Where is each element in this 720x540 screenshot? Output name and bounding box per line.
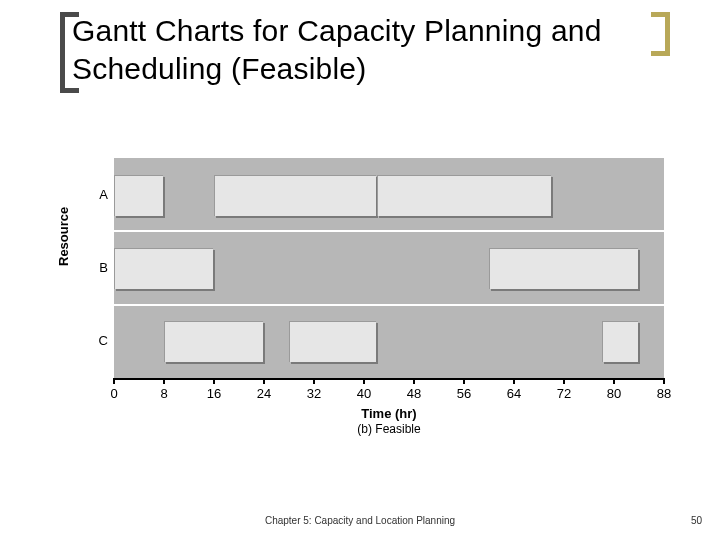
x-tick xyxy=(363,378,365,384)
x-tick xyxy=(113,378,115,384)
x-tick xyxy=(463,378,465,384)
x-tick-label: 32 xyxy=(307,386,321,401)
category-label: A xyxy=(90,187,108,202)
x-tick xyxy=(313,378,315,384)
x-tick xyxy=(513,378,515,384)
gantt-bar xyxy=(164,321,263,362)
x-tick xyxy=(213,378,215,384)
chart-subtitle: (b) Feasible xyxy=(114,422,664,436)
x-axis-line xyxy=(114,378,664,380)
gantt-bar xyxy=(377,175,551,216)
gantt-bar xyxy=(489,248,638,289)
x-tick-label: 80 xyxy=(607,386,621,401)
x-tick-label: 56 xyxy=(457,386,471,401)
row-divider xyxy=(114,230,664,232)
gantt-bar xyxy=(602,321,639,362)
x-tick-label: 8 xyxy=(160,386,167,401)
gantt-bar xyxy=(114,175,163,216)
title-bracket-left-icon xyxy=(60,12,79,93)
x-tick-label: 16 xyxy=(207,386,221,401)
x-tick xyxy=(263,378,265,384)
gantt-chart: Resource Time (hr) (b) Feasible ABC08162… xyxy=(58,158,664,438)
slide-title-block: Gantt Charts for Capacity Planning and S… xyxy=(72,12,660,87)
footer-page-number: 50 xyxy=(691,515,702,526)
x-tick-label: 40 xyxy=(357,386,371,401)
x-tick xyxy=(663,378,665,384)
category-label: B xyxy=(90,260,108,275)
gantt-bar xyxy=(114,248,213,289)
x-tick-label: 24 xyxy=(257,386,271,401)
x-tick xyxy=(163,378,165,384)
x-tick-label: 48 xyxy=(407,386,421,401)
x-tick-label: 64 xyxy=(507,386,521,401)
title-bracket-right-icon xyxy=(651,12,670,56)
footer-chapter: Chapter 5: Capacity and Location Plannin… xyxy=(0,515,720,526)
x-axis-label: Time (hr) xyxy=(114,406,664,421)
x-tick xyxy=(613,378,615,384)
x-tick xyxy=(563,378,565,384)
slide: Gantt Charts for Capacity Planning and S… xyxy=(0,0,720,540)
gantt-bar xyxy=(214,175,376,216)
row-divider xyxy=(114,304,664,306)
x-tick-label: 0 xyxy=(110,386,117,401)
plot-area xyxy=(114,158,664,378)
x-tick-label: 72 xyxy=(557,386,571,401)
category-label: C xyxy=(90,333,108,348)
gantt-bar xyxy=(289,321,376,362)
slide-title: Gantt Charts for Capacity Planning and S… xyxy=(72,12,660,87)
y-axis-label: Resource xyxy=(56,207,71,266)
x-tick-label: 88 xyxy=(657,386,671,401)
x-tick xyxy=(413,378,415,384)
